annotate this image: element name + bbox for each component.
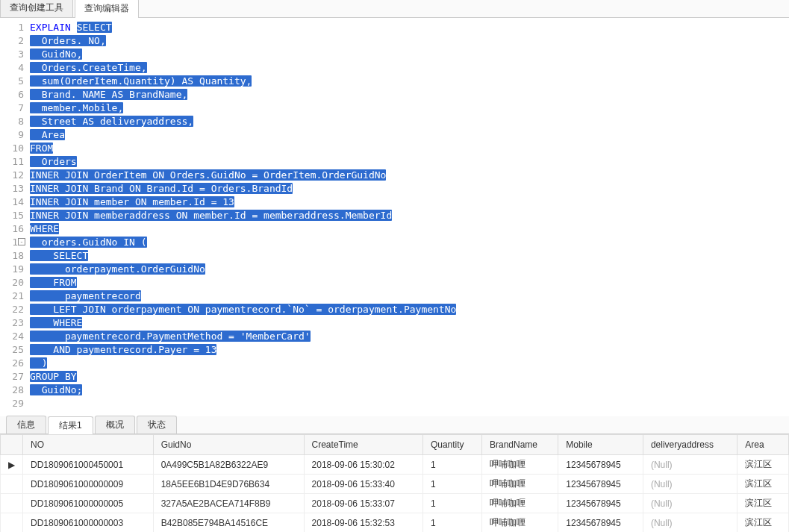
- cell-createtime[interactable]: 2018-09-06 15:33:07: [304, 494, 422, 513]
- result-grid[interactable]: NO GuidNo CreateTime Quantity BrandName …: [0, 434, 789, 532]
- cell-createtime[interactable]: 2018-09-06 15:32:53: [304, 513, 422, 533]
- cell-mobile[interactable]: 12345678945: [558, 513, 643, 533]
- table-row[interactable]: DD1809061000000003B42B085E794BA14516CE20…: [1, 513, 789, 533]
- row-pointer: [1, 475, 23, 494]
- cell-deliveryaddress[interactable]: (Null): [643, 513, 737, 533]
- cell-quantity[interactable]: 1: [422, 494, 481, 513]
- tab-info[interactable]: 信息: [6, 416, 46, 434]
- cell-no[interactable]: DD1809061000000005: [23, 494, 154, 513]
- col-createtime[interactable]: CreateTime: [304, 435, 422, 455]
- cell-quantity[interactable]: 1: [422, 513, 481, 533]
- table-row[interactable]: DD1809061000000005327A5AE2BACEA714F8B920…: [1, 494, 789, 513]
- row-pointer: ▶: [1, 455, 23, 475]
- row-pointer: [1, 513, 23, 533]
- row-pointer: [1, 494, 23, 513]
- col-no[interactable]: NO: [23, 435, 154, 455]
- line-gutter: 1234567891011121314151617-18192021222324…: [0, 21, 30, 410]
- col-quantity[interactable]: Quantity: [422, 435, 481, 455]
- fold-icon[interactable]: -: [18, 238, 25, 245]
- col-area[interactable]: Area: [737, 435, 789, 455]
- cell-deliveryaddress[interactable]: (Null): [643, 494, 737, 513]
- table-row[interactable]: DD180906100000000918A5EE6B1D4E9D76B63420…: [1, 475, 789, 494]
- tab-status[interactable]: 状态: [137, 416, 177, 434]
- cell-deliveryaddress[interactable]: (Null): [643, 455, 737, 475]
- col-brandname[interactable]: BrandName: [481, 435, 558, 455]
- cell-createtime[interactable]: 2018-09-06 15:30:02: [304, 455, 422, 475]
- cell-createtime[interactable]: 2018-09-06 15:33:40: [304, 475, 422, 494]
- cell-no[interactable]: DD1809061000450001: [23, 455, 154, 475]
- cell-guidno[interactable]: 18A5EE6B1D4E9D76B634: [153, 475, 304, 494]
- cell-area[interactable]: 滨江区: [737, 494, 789, 513]
- editor-top-tabs: 查询创建工具 查询编辑器: [0, 0, 789, 18]
- cell-mobile[interactable]: 12345678945: [558, 455, 643, 475]
- cell-guidno[interactable]: 0A499C5B1A82B6322AE9: [153, 455, 304, 475]
- cell-quantity[interactable]: 1: [422, 475, 481, 494]
- cell-brandname[interactable]: 呷哺咖喱: [481, 475, 558, 494]
- grid-header-row: NO GuidNo CreateTime Quantity BrandName …: [1, 435, 789, 455]
- cell-guidno[interactable]: 327A5AE2BACEA714F8B9: [153, 494, 304, 513]
- col-mobile[interactable]: Mobile: [558, 435, 643, 455]
- cell-area[interactable]: 滨江区: [737, 513, 789, 533]
- cell-mobile[interactable]: 12345678945: [558, 475, 643, 494]
- table-row[interactable]: ▶DD18090610004500010A499C5B1A82B6322AE92…: [1, 455, 789, 475]
- cell-guidno[interactable]: B42B085E794BA14516CE: [153, 513, 304, 533]
- cell-mobile[interactable]: 12345678945: [558, 494, 643, 513]
- result-tabs: 信息 结果1 概况 状态: [0, 416, 789, 434]
- col-deliveryaddress[interactable]: deliveryaddress: [643, 435, 737, 455]
- tab-query-builder[interactable]: 查询创建工具: [0, 0, 73, 17]
- cell-no[interactable]: DD1809061000000003: [23, 513, 154, 533]
- cell-brandname[interactable]: 呷哺咖喱: [481, 513, 558, 533]
- col-guidno[interactable]: GuidNo: [153, 435, 304, 455]
- tab-query-editor[interactable]: 查询编辑器: [75, 0, 139, 18]
- sql-editor[interactable]: 1234567891011121314151617-18192021222324…: [0, 18, 789, 413]
- tab-result1[interactable]: 结果1: [48, 416, 93, 434]
- cell-area[interactable]: 滨江区: [737, 455, 789, 475]
- tab-profile[interactable]: 概况: [95, 416, 135, 434]
- cell-area[interactable]: 滨江区: [737, 475, 789, 494]
- cell-brandname[interactable]: 呷哺咖喱: [481, 494, 558, 513]
- cell-deliveryaddress[interactable]: (Null): [643, 475, 737, 494]
- sql-code[interactable]: EXPLAIN SELECT Orders. NO, GuidNo, Order…: [30, 21, 789, 410]
- cell-no[interactable]: DD1809061000000009: [23, 475, 154, 494]
- row-pointer-header: [1, 435, 23, 455]
- cell-brandname[interactable]: 呷哺咖喱: [481, 455, 558, 475]
- cell-quantity[interactable]: 1: [422, 455, 481, 475]
